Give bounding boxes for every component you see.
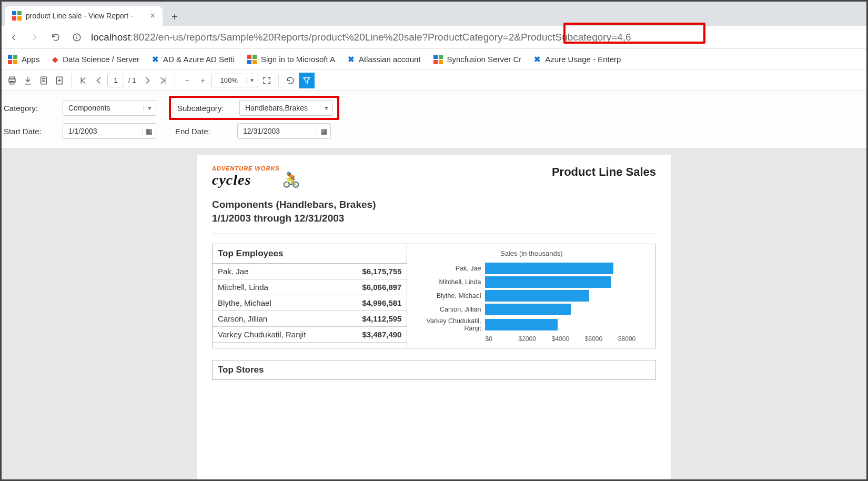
bookmark-ad-azure[interactable]: ✖ AD & Azure AD Setti xyxy=(152,55,235,64)
chart-bar-row: Blythe, Michael xyxy=(411,290,651,302)
bookmark-data-science[interactable]: ◆ Data Science / Server xyxy=(52,55,139,64)
table-row: Blythe, Michael$4,996,581 xyxy=(213,295,407,311)
start-date-label: Start Date: xyxy=(2,127,63,136)
toolbar-separator xyxy=(71,74,72,87)
apps-icon xyxy=(433,55,443,64)
bookmark-atlassian[interactable]: ✖ Atlassian account xyxy=(348,55,421,64)
employee-amount: $4,112,595 xyxy=(341,311,407,327)
bar-fill xyxy=(485,263,613,274)
top-stores-heading: Top Stores xyxy=(213,360,655,379)
export-icon[interactable] xyxy=(21,73,35,88)
top-employees-section: Top Employees Pak, Jae$6,175,755Mitchell… xyxy=(212,244,656,348)
axis-tick: $0 xyxy=(485,335,518,343)
zoom-out-icon[interactable]: − xyxy=(179,73,194,88)
page-total: / 1 xyxy=(125,76,139,84)
table-row: Carson, Jillian$4,112,595 xyxy=(213,311,407,327)
report-viewport[interactable]: ADVENTURE WORKS cycles 🚴 Product Line Sa… xyxy=(2,148,866,481)
chart-x-axis: $0$2000$4000$6000$8000 xyxy=(485,335,651,343)
export-dropdown-icon[interactable] xyxy=(52,73,67,88)
logo-text-top: ADVENTURE WORKS xyxy=(212,165,280,172)
toolbar-separator xyxy=(278,74,279,87)
top-employees-table: Pak, Jae$6,175,755Mitchell, Linda$6,066,… xyxy=(213,264,407,343)
calendar-icon[interactable]: ▦ xyxy=(317,127,330,135)
refresh-icon[interactable] xyxy=(283,73,298,88)
category-select[interactable]: Components ▼ xyxy=(63,100,156,116)
chevron-down-icon[interactable]: ▼ xyxy=(143,105,156,111)
zoom-in-icon[interactable]: + xyxy=(195,73,210,88)
table-row: Mitchell, Linda$6,066,897 xyxy=(213,279,407,295)
employee-name: Pak, Jae xyxy=(213,264,341,279)
cyclist-icon: 🚴 xyxy=(282,171,300,188)
axis-tick: $6000 xyxy=(585,335,618,343)
prev-page-icon[interactable] xyxy=(92,73,106,88)
toolbar-separator xyxy=(175,74,175,87)
parameters-panel: Category: Components ▼ Subcategory: Hand… xyxy=(2,91,866,148)
axis-tick: $8000 xyxy=(618,335,651,343)
zoom-select[interactable]: 100% ▼ xyxy=(211,74,258,87)
url-path: :8022/en-us/reports/Sample%20Reports/pro… xyxy=(130,32,631,43)
table-row: Varkey Chudukatil, Ranjit$3,487,490 xyxy=(213,327,407,343)
close-tab-icon[interactable]: × xyxy=(150,11,155,21)
subcategory-value: Handlebars,Brakes xyxy=(240,104,320,112)
bar-fill xyxy=(485,290,589,302)
bar-label: Varkey Chudukatil, Ranjit xyxy=(411,317,485,332)
axis-tick: $4000 xyxy=(552,335,585,343)
annotation-url-highlight xyxy=(563,23,705,44)
last-page-icon[interactable] xyxy=(156,73,170,88)
start-date-input[interactable]: 1/1/2003 ▦ xyxy=(63,123,156,139)
site-info-icon[interactable] xyxy=(70,31,84,44)
chart-bar-row: Pak, Jae xyxy=(411,263,651,274)
new-tab-button[interactable]: + xyxy=(166,8,184,26)
bookmark-syncfusion[interactable]: Syncfusion Server Cr xyxy=(433,55,522,64)
next-page-icon[interactable] xyxy=(140,73,155,88)
annotation-subcategory-highlight: Subcategory: Handlebars,Brakes ▼ xyxy=(169,96,339,120)
sales-chart: Sales (in thousands) Pak, JaeMitchell, L… xyxy=(407,244,655,348)
bookmark-microsoft[interactable]: Sign in to Microsoft A xyxy=(247,55,335,64)
bar-label: Mitchell, Linda xyxy=(411,278,485,286)
microsoft-icon xyxy=(247,55,257,64)
forward-button[interactable] xyxy=(28,31,42,44)
chart-bar-row: Carson, Jillian xyxy=(411,304,651,315)
fit-page-icon[interactable] xyxy=(259,73,274,88)
axis-tick: $2000 xyxy=(519,335,552,343)
bookmark-azure-usage[interactable]: ✖ Azure Usage - Enterp xyxy=(534,55,621,64)
table-row: Pak, Jae$6,175,755 xyxy=(213,264,407,279)
employee-amount: $6,175,755 xyxy=(341,264,407,279)
employee-name: Blythe, Michael xyxy=(213,295,341,311)
bookmark-apps[interactable]: Apps xyxy=(8,55,39,64)
start-date-value: 1/1/2003 xyxy=(63,127,142,135)
subcategory-select[interactable]: Handlebars,Brakes ▼ xyxy=(239,100,333,116)
gitlab-icon: ◆ xyxy=(52,55,58,64)
employee-name: Varkey Chudukatil, Ranjit xyxy=(213,327,341,343)
page-setup-icon[interactable] xyxy=(36,73,51,88)
x-icon: ✖ xyxy=(348,55,355,64)
first-page-icon[interactable] xyxy=(76,73,90,88)
reload-button[interactable] xyxy=(49,31,63,44)
zoom-value: 100% xyxy=(211,76,246,84)
bar-fill xyxy=(485,319,558,330)
svg-rect-3 xyxy=(10,81,14,84)
parameters-toggle-icon[interactable] xyxy=(299,73,315,88)
chevron-down-icon[interactable]: ▼ xyxy=(320,105,332,111)
address-bar: localhost:8022/en-us/reports/Sample%20Re… xyxy=(2,26,866,49)
browser-tab-strip: product Line sale - View Report - × + xyxy=(2,2,866,26)
chart-bar-row: Varkey Chudukatil, Ranjit xyxy=(411,317,651,332)
report-page: ADVENTURE WORKS cycles 🚴 Product Line Sa… xyxy=(197,155,671,481)
back-button[interactable] xyxy=(7,31,21,44)
apps-icon xyxy=(8,55,17,64)
end-date-input[interactable]: 12/31/2003 ▦ xyxy=(237,123,331,139)
end-date-value: 12/31/2003 xyxy=(238,127,317,135)
chevron-down-icon[interactable]: ▼ xyxy=(246,77,258,83)
calendar-icon[interactable]: ▦ xyxy=(142,127,156,135)
browser-tab[interactable]: product Line sale - View Report - × xyxy=(5,6,163,26)
url-field[interactable]: localhost:8022/en-us/reports/Sample%20Re… xyxy=(91,28,861,46)
page-number-input[interactable] xyxy=(107,74,124,87)
report-title: Product Line Sales xyxy=(552,165,656,179)
favicon-icon xyxy=(12,11,22,21)
bar-label: Pak, Jae xyxy=(411,265,485,272)
print-icon[interactable] xyxy=(5,73,19,88)
x-icon: ✖ xyxy=(152,55,159,64)
employee-amount: $3,487,490 xyxy=(341,327,407,343)
chart-bar-row: Mitchell, Linda xyxy=(411,276,651,288)
bar-fill xyxy=(485,276,611,288)
